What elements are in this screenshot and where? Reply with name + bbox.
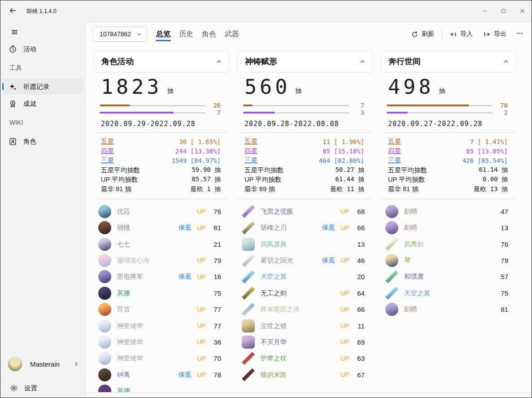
close-button[interactable] bbox=[513, 0, 532, 22]
five-star-pity-bar-fill bbox=[100, 105, 130, 106]
list-item[interactable]: 胡桃保底UP81 bbox=[94, 220, 229, 236]
chevron-up-icon[interactable] bbox=[216, 59, 222, 64]
hamburger-button[interactable] bbox=[7, 26, 22, 40]
list-item[interactable]: 琴79 bbox=[381, 252, 516, 268]
item-pull-count: 46 bbox=[355, 257, 365, 264]
item-name: 不灭月华 bbox=[261, 338, 335, 346]
banner-title: 角色活动 bbox=[101, 56, 216, 67]
list-item[interactable]: 雷电将军保底UP16 bbox=[94, 269, 229, 285]
pity-bars: 73 bbox=[243, 102, 364, 116]
list-item[interactable]: 刻晴81 bbox=[381, 301, 516, 317]
list-item[interactable]: 宵宫UP77 bbox=[94, 301, 229, 317]
list-item[interactable]: 飞雷之弦振UP68 bbox=[237, 203, 372, 219]
list-item[interactable]: 优菈UP76 bbox=[94, 203, 229, 219]
item-pull-count: 76 bbox=[211, 208, 221, 215]
item-pull-count: 66 bbox=[355, 224, 365, 232]
stat-label[interactable]: 四星 bbox=[388, 147, 401, 155]
sidebar-item-settings[interactable]: 设置 bbox=[2, 380, 83, 396]
chevron-up-icon[interactable] bbox=[503, 59, 509, 64]
list-item[interactable]: 护摩之杖UP63 bbox=[237, 350, 372, 367]
list-item[interactable]: 莫娜 bbox=[94, 383, 229, 392]
banner-column-1: 角色活动1823抽2672020.09.29-2022.09.28五星30 [ … bbox=[94, 46, 229, 392]
export-button[interactable]: 导出 bbox=[478, 27, 512, 41]
maximize-button[interactable] bbox=[494, 0, 513, 22]
list-item[interactable]: 无工之剑UP64 bbox=[237, 285, 372, 301]
banner-header[interactable]: 角色活动 bbox=[94, 51, 229, 72]
tab-历史[interactable]: 历史 bbox=[179, 22, 194, 46]
achievement-icon bbox=[9, 100, 17, 108]
up-badge: UP bbox=[197, 273, 206, 280]
list-item[interactable]: 狼的末路UP67 bbox=[237, 367, 372, 383]
list-item[interactable]: 刻晴47 bbox=[381, 203, 516, 219]
back-button[interactable] bbox=[7, 5, 18, 17]
stat-value: 30 [ 1.65%] bbox=[179, 138, 221, 145]
stat-row: UP 平均抽数0.00 抽 bbox=[388, 175, 508, 184]
section-divider bbox=[237, 132, 372, 133]
list-item[interactable]: 不灭月华UP69 bbox=[237, 334, 372, 350]
section-divider bbox=[94, 132, 229, 133]
tab-武器[interactable]: 武器 bbox=[224, 22, 240, 46]
item-name: 尘世之锁 bbox=[261, 322, 335, 330]
list-item[interactable]: 莫娜75 bbox=[94, 285, 229, 301]
item-name: 飞雷之弦振 bbox=[261, 207, 335, 216]
list-item[interactable]: 钟离保底UP78 bbox=[94, 367, 229, 383]
sidebar-item-activity[interactable]: 活动 bbox=[2, 41, 83, 57]
stat-value: 61.14 抽 bbox=[479, 166, 508, 174]
stat-label[interactable]: 五星 bbox=[388, 137, 401, 146]
stat-row: 五星平均抽数61.14 抽 bbox=[388, 166, 508, 175]
list-item[interactable]: 斫峰之刃保底UP66 bbox=[237, 220, 372, 236]
item-pull-count: 77 bbox=[211, 306, 221, 313]
user-row[interactable]: Masterain bbox=[0, 353, 85, 375]
four-star-pity-bar: 3 bbox=[243, 109, 364, 116]
item-name: 琴 bbox=[404, 256, 493, 265]
list-item[interactable]: 刻晴13 bbox=[381, 220, 516, 236]
refresh-button[interactable]: 刷新 bbox=[406, 27, 440, 41]
stat-value: 最欧 1 抽 bbox=[191, 185, 221, 193]
stat-label[interactable]: 四星 bbox=[244, 147, 257, 155]
sidebar-item-achievement[interactable]: 成就 bbox=[2, 96, 83, 112]
four-star-pity-bar-track bbox=[387, 111, 493, 114]
chevron-up-icon[interactable] bbox=[360, 59, 365, 64]
banner-header[interactable]: 奔行世间 bbox=[381, 51, 516, 72]
list-item[interactable]: 天空之翼20 bbox=[237, 269, 372, 285]
stat-label[interactable]: 三星 bbox=[388, 156, 401, 165]
stat-value: 244 [13.38%] bbox=[175, 148, 221, 155]
list-item[interactable]: 雾切之回光保底UP46 bbox=[237, 252, 372, 268]
list-item[interactable]: 天空之翼75 bbox=[381, 285, 516, 301]
more-button[interactable] bbox=[512, 27, 527, 41]
list-item[interactable]: 神里绫华UP70 bbox=[94, 350, 229, 367]
stat-value: 最欧 11 抽 bbox=[330, 185, 364, 193]
list-item[interactable]: 神里绫华UP36 bbox=[94, 334, 229, 350]
list-item[interactable]: 风鹰剑76 bbox=[381, 236, 516, 252]
stat-row: 五星11 [ 1.96%] bbox=[244, 137, 364, 146]
stat-label[interactable]: 三星 bbox=[244, 156, 257, 165]
list-item[interactable]: 四风原典13 bbox=[237, 236, 372, 252]
tab-总览[interactable]: 总览 bbox=[156, 22, 171, 46]
stat-value: 464 [82.86%] bbox=[319, 157, 364, 164]
uid-selector[interactable]: 107847862 bbox=[93, 26, 147, 42]
stat-label[interactable]: 五星 bbox=[101, 137, 114, 146]
stat-label[interactable]: 五星 bbox=[244, 137, 257, 146]
tab-角色[interactable]: 角色 bbox=[201, 22, 217, 46]
import-button[interactable]: 导入 bbox=[445, 27, 478, 41]
list-item[interactable]: 终末嗟叹之诗UP66 bbox=[237, 301, 372, 317]
minimize-button[interactable] bbox=[475, 0, 494, 22]
sidebar-item-character[interactable]: 角色 bbox=[2, 133, 83, 149]
section-divider bbox=[237, 199, 372, 199]
stat-row: 三星464 [82.86%] bbox=[244, 156, 364, 165]
stat-value: 85 [15.18%] bbox=[323, 148, 364, 155]
list-item[interactable]: 和璞鸢57 bbox=[381, 269, 516, 285]
banner-header[interactable]: 神铸赋形 bbox=[237, 51, 372, 72]
section-divider bbox=[381, 199, 516, 199]
stat-label[interactable]: 四星 bbox=[101, 147, 114, 155]
list-item[interactable]: 神里绫华UP77 bbox=[94, 318, 229, 334]
list-item[interactable]: 七七21 bbox=[94, 236, 229, 252]
list-item[interactable]: 尘世之锁UP11 bbox=[237, 318, 372, 334]
sidebar-item-wish[interactable]: 祈愿记录 bbox=[2, 79, 83, 95]
stat-label[interactable]: 三星 bbox=[101, 156, 114, 165]
banner-stats: 五星30 [ 1.65%]四星244 [13.38%]三星1549 [84.97… bbox=[101, 137, 221, 194]
date-range: 2020.09.28-2022.08.08 bbox=[244, 120, 365, 128]
pity-bars: 702 bbox=[387, 102, 508, 116]
banner-stats: 五星7 [ 1.41%]四星65 [13.05%]三星426 [85.54%]五… bbox=[388, 137, 508, 194]
list-item[interactable]: 珊瑚宫心海UP79 bbox=[94, 252, 229, 268]
